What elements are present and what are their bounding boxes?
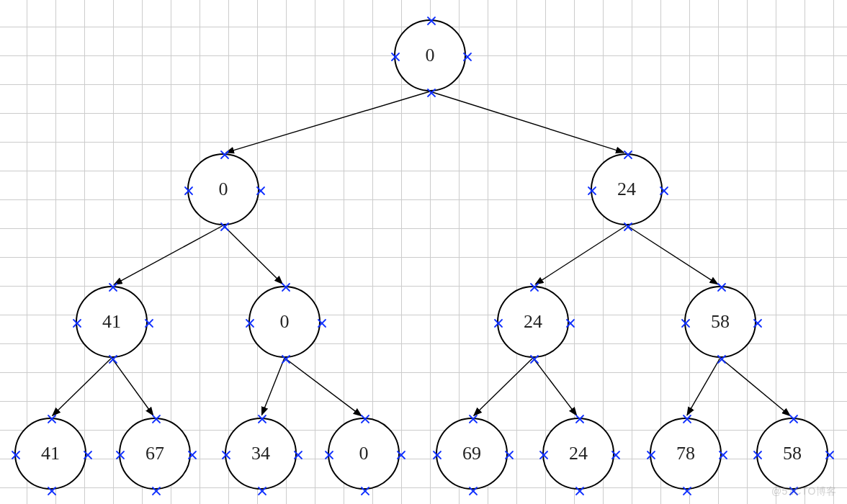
svg-line-71 [117,451,124,459]
port-x-icon [108,282,118,292]
svg-line-116 [826,451,833,459]
svg-line-41 [531,284,538,291]
svg-line-4 [464,53,471,60]
svg-line-46 [531,356,538,363]
svg-line-88 [326,451,333,459]
edge [261,358,284,415]
node-label: 69 [462,443,481,464]
svg-line-89 [470,415,477,423]
svg-line-13 [221,223,228,230]
node-label: 34 [251,443,270,464]
svg-line-86 [362,487,369,495]
edge [53,358,112,415]
port-x-icon [390,52,400,62]
svg-line-60 [84,451,91,459]
svg-line-120 [754,451,761,459]
node-label: 41 [102,311,121,333]
tree-node-n7[interactable]: 41 [14,418,86,490]
svg-line-38 [282,356,290,363]
edge [223,225,282,284]
port-x-icon [245,318,255,328]
edge [112,358,153,415]
svg-line-35 [318,320,326,327]
svg-line-67 [189,451,196,459]
svg-line-91 [506,451,513,459]
tree-node-n14[interactable]: 58 [756,418,828,490]
tree-node-n4[interactable]: 0 [248,286,321,358]
svg-line-92 [506,451,513,459]
svg-line-82 [362,415,369,423]
svg-line-17 [624,151,632,158]
svg-line-15 [185,187,192,194]
svg-line-9 [221,151,228,158]
port-x-icon [529,282,539,292]
port-x-icon [317,318,327,328]
tree-node-n0[interactable]: 0 [394,19,466,91]
watermark: @51CTO博客 [771,485,837,498]
svg-line-6 [428,89,435,96]
tree-node-n3[interactable]: 41 [76,286,148,358]
port-x-icon [468,486,478,496]
port-x-icon [611,450,621,460]
tree-node-n10[interactable]: 0 [328,418,400,490]
svg-line-48 [495,320,502,327]
svg-line-74 [259,415,266,423]
tree-node-n1[interactable]: 0 [187,153,259,225]
svg-line-114 [790,415,797,423]
svg-line-83 [398,451,405,459]
port-x-icon [11,450,21,460]
tree-node-n6[interactable]: 58 [684,286,756,358]
tree-node-n9[interactable]: 34 [225,418,297,490]
edge [226,91,430,153]
port-x-icon [575,486,585,496]
tree-node-n5[interactable]: 24 [497,286,569,358]
svg-line-59 [84,451,91,459]
node-label: 58 [783,443,802,464]
svg-line-16 [185,187,192,194]
edge [115,225,223,284]
svg-line-103 [540,451,547,459]
node-label: 0 [219,179,228,200]
port-x-icon [587,186,597,196]
port-x-icon [789,414,799,424]
svg-line-72 [117,451,124,459]
svg-line-104 [540,451,547,459]
port-x-icon [151,414,161,424]
svg-line-51 [754,320,761,327]
svg-line-75 [295,451,302,459]
svg-line-43 [567,320,574,327]
svg-line-47 [495,320,502,327]
svg-line-21 [624,223,632,230]
svg-line-22 [624,223,632,230]
tree-node-n2[interactable]: 24 [591,153,663,225]
port-x-icon [184,186,194,196]
svg-line-70 [153,487,160,495]
svg-line-34 [282,284,290,291]
svg-line-53 [718,356,725,363]
port-x-icon [681,318,691,328]
svg-line-115 [826,451,833,459]
svg-line-49 [718,284,725,291]
port-x-icon [83,450,93,460]
svg-line-3 [464,53,471,60]
tree-node-n12[interactable]: 24 [542,418,614,490]
svg-line-119 [754,451,761,459]
svg-line-1 [428,17,435,24]
edge [535,225,627,284]
svg-line-45 [531,356,538,363]
svg-line-28 [145,320,153,327]
svg-line-2 [428,17,435,24]
port-x-icon [47,486,57,496]
svg-line-80 [223,451,230,459]
node-label: 24 [569,443,588,464]
node-label: 24 [617,179,636,200]
port-x-icon [717,282,727,292]
tree-node-n8[interactable]: 67 [119,418,191,490]
svg-line-113 [790,415,797,423]
svg-line-10 [221,151,228,158]
tree-node-n11[interactable]: 69 [436,418,508,490]
port-x-icon [682,486,692,496]
port-x-icon [360,414,370,424]
tree-node-n13[interactable]: 78 [650,418,722,490]
port-x-icon [221,450,231,460]
